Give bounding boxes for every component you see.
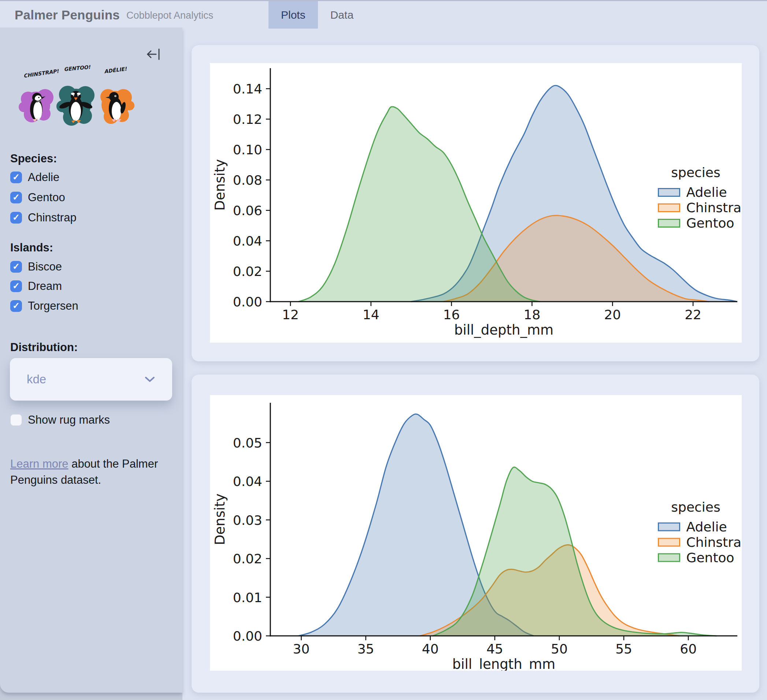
svg-text:35: 35 [358,641,374,656]
penguin-artwork: CHINSTRAP! GENTOO! ADÉLIE! [14,62,137,136]
distribution-select-value: kde [27,372,46,386]
app-root: Palmer Penguins Cobblepot Analytics Plot… [0,0,767,700]
species-checkbox-adelie[interactable]: ✓ Adelie [10,171,59,184]
svg-text:bill_depth_mm: bill_depth_mm [454,322,554,338]
species-group-label: Species: [10,152,57,165]
svg-text:Gentoo: Gentoo [686,550,734,565]
checkbox-label: Gentoo [28,191,65,204]
kde-chart-bill-depth: 1214161820220.000.020.040.060.080.100.12… [210,63,742,343]
tab-data[interactable]: Data [318,1,366,29]
checkbox-icon: ✓ [10,212,22,223]
sidebar-collapse-button[interactable] [146,48,161,61]
distribution-group-label: Distribution: [10,341,78,354]
sidebar: CHINSTRAP! GENTOO! ADÉLIE! Species: ✓ Ad… [0,27,182,693]
chevron-down-icon [144,376,155,383]
checkbox-icon: ✓ [10,172,22,183]
svg-text:bill_length_mm: bill_length_mm [452,656,555,671]
plot-card-bill-depth: 1214161820220.000.020.040.060.080.100.12… [192,45,759,361]
checkbox-label: Biscoe [28,260,62,273]
checkbox-icon: ✓ [10,300,22,312]
checkmark-icon: ✓ [13,301,20,310]
islands-group-label: Islands: [10,241,53,254]
svg-text:Adelie: Adelie [686,519,727,534]
tab-plots[interactable]: Plots [269,1,318,29]
collapse-arrow-icon [146,48,161,61]
artwork-label-adelie: ADÉLIE! [103,65,127,74]
checkmark-icon: ✓ [13,193,20,202]
checkbox-label: Chinstrap [28,211,76,224]
svg-text:Chinstrap: Chinstrap [686,535,742,550]
svg-text:species: species [671,165,720,180]
svg-text:0.00: 0.00 [233,294,262,309]
svg-text:16: 16 [443,307,460,322]
svg-text:Density: Density [212,159,228,211]
checkbox-label: Show rug marks [28,413,110,427]
svg-text:30: 30 [293,641,310,656]
checkbox-label: Dream [28,280,62,293]
checkbox-icon: ✓ [10,281,22,292]
svg-text:40: 40 [422,641,439,656]
island-checkbox-torgersen[interactable]: ✓ Torgersen [10,300,78,313]
svg-text:0.10: 0.10 [233,142,262,157]
checkmark-icon: ✓ [13,281,20,290]
artwork-label-gentoo: GENTOO! [64,64,91,72]
checkbox-label: Adelie [28,171,59,184]
svg-text:Chinstrap: Chinstrap [686,200,742,215]
species-checkbox-gentoo[interactable]: ✓ Gentoo [10,191,65,204]
svg-text:0.12: 0.12 [233,112,262,127]
island-checkbox-biscoe[interactable]: ✓ Biscoe [10,260,62,273]
island-checkbox-dream[interactable]: ✓ Dream [10,280,62,293]
svg-text:18: 18 [524,307,541,322]
svg-text:22: 22 [684,307,702,322]
checkbox-icon: ✓ [10,261,22,273]
kde-chart-bill-length: 303540455055600.000.010.020.030.040.05bi… [210,395,742,671]
svg-text:0.14: 0.14 [233,81,262,96]
title-block: Palmer Penguins Cobblepot Analytics [15,1,213,29]
checkmark-icon: ✓ [13,213,20,222]
svg-text:0.06: 0.06 [233,203,262,218]
species-checkbox-chinstrap[interactable]: ✓ Chinstrap [10,211,76,224]
distribution-select[interactable]: kde [10,358,172,400]
svg-text:0.02: 0.02 [233,264,262,279]
svg-text:Adelie: Adelie [686,185,727,200]
plot-canvas-bill-depth: 1214161820220.000.020.040.060.080.100.12… [210,63,742,343]
svg-text:0.08: 0.08 [233,172,262,188]
nav-tabs: Plots Data [269,1,366,29]
plot-card-bill-length: 303540455055600.000.010.020.030.040.05bi… [192,375,759,693]
plot-canvas-bill-length: 303540455055600.000.010.020.030.040.05bi… [210,395,742,671]
svg-text:20: 20 [604,307,621,322]
svg-text:0.00: 0.00 [233,628,262,644]
learn-more-link[interactable]: Learn more [10,458,68,470]
svg-text:0.01: 0.01 [233,590,262,605]
svg-text:0.04: 0.04 [233,474,262,489]
app-subtitle: Cobblepot Analytics [126,10,213,21]
checkmark-icon: ✓ [13,262,20,271]
svg-text:Gentoo: Gentoo [686,215,734,231]
svg-text:species: species [671,499,720,515]
svg-text:0.03: 0.03 [233,513,262,528]
svg-text:0.02: 0.02 [233,551,262,566]
svg-text:Density: Density [212,494,228,545]
checkbox-icon: ✓ [10,192,22,203]
main-content: 1214161820220.000.020.040.060.080.100.12… [182,27,767,700]
learn-more-text: Learn more about the Palmer Penguins dat… [10,456,161,488]
checkmark-icon: ✓ [13,172,20,182]
svg-text:12: 12 [282,307,299,322]
svg-text:50: 50 [551,641,568,656]
rug-marks-checkbox[interactable]: ✓ Show rug marks [10,413,110,427]
svg-text:45: 45 [487,641,503,656]
svg-text:0.05: 0.05 [233,435,262,450]
svg-text:60: 60 [680,641,697,656]
svg-text:55: 55 [615,641,632,656]
checkbox-label: Torgersen [28,300,78,313]
svg-text:0.04: 0.04 [233,233,262,249]
app-title: Palmer Penguins [15,8,120,22]
app-header: Palmer Penguins Cobblepot Analytics Plot… [0,0,767,27]
checkbox-icon: ✓ [10,414,22,426]
svg-text:14: 14 [363,307,379,322]
artwork-label-chinstrap: CHINSTRAP! [23,68,59,79]
